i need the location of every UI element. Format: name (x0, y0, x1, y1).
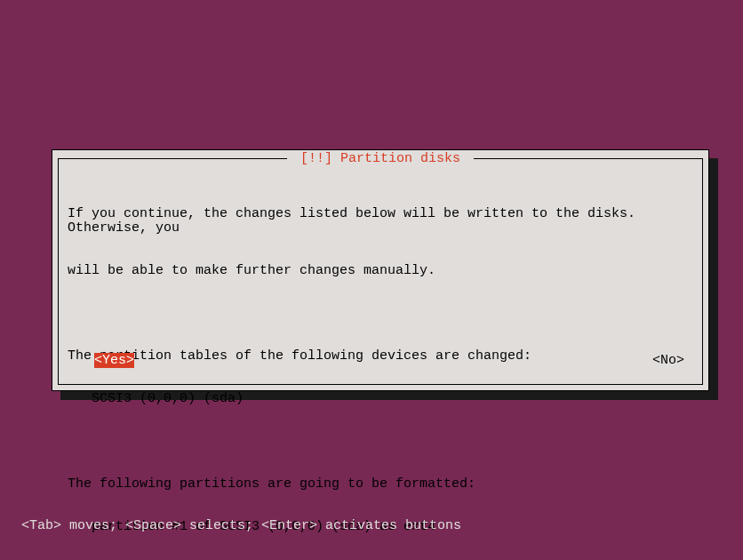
dialog-text-line: SCSI3 (0,0,0) (sda) (68, 392, 693, 406)
dialog-text-line (68, 307, 693, 321)
yes-button[interactable]: <Yes> (94, 353, 134, 368)
dialog-text-line (68, 435, 693, 449)
dialog-title-wrap: [!!] Partition disks (59, 152, 702, 166)
dialog-text-line: will be able to make further changes man… (68, 264, 693, 278)
dialog-body: If you continue, the changes listed belo… (68, 179, 693, 560)
installer-background: [!!] Partition disks If you continue, th… (9, 9, 734, 551)
dialog-title: [!!] Partition disks (287, 152, 474, 166)
dialog-text-line: If you continue, the changes listed belo… (68, 207, 693, 236)
dialog-button-row: <Yes> <No> (68, 354, 693, 368)
partition-disks-dialog: [!!] Partition disks If you continue, th… (52, 149, 709, 391)
status-bar-hint: <Tab> moves; <Space> selects; <Enter> ac… (21, 519, 461, 533)
dialog-border: [!!] Partition disks If you continue, th… (58, 158, 703, 385)
no-button[interactable]: <No> (652, 353, 684, 368)
dialog-text-line: The following partitions are going to be… (68, 477, 693, 492)
